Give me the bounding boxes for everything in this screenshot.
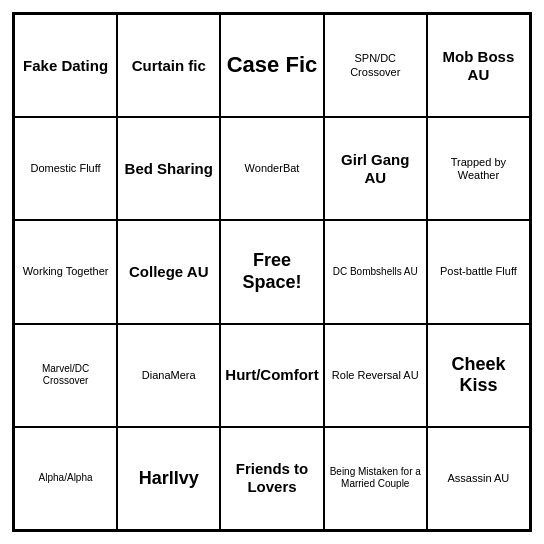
cell-r3c1: DianaMera: [117, 324, 220, 427]
cell-r3c2: Hurt/Comfort: [220, 324, 323, 427]
cell-r1c3: Girl Gang AU: [324, 117, 427, 220]
cell-r1c2: WonderBat: [220, 117, 323, 220]
cell-r4c2: Friends to Lovers: [220, 427, 323, 530]
cell-r3c0: Marvel/DC Crossover: [14, 324, 117, 427]
cell-r3c3: Role Reversal AU: [324, 324, 427, 427]
cell-r4c3: Being Mistaken for a Married Couple: [324, 427, 427, 530]
cell-r4c1: HarlIvy: [117, 427, 220, 530]
cell-r3c4: Cheek Kiss: [427, 324, 530, 427]
cell-r4c0: Alpha/Alpha: [14, 427, 117, 530]
cell-r0c3: SPN/DC Crossover: [324, 14, 427, 117]
cell-r2c3: DC Bombshells AU: [324, 220, 427, 323]
cell-r2c4: Post-battle Fluff: [427, 220, 530, 323]
cell-r0c4: Mob Boss AU: [427, 14, 530, 117]
cell-r0c2: Case Fic: [220, 14, 323, 117]
bingo-board: Fake DatingCurtain ficCase FicSPN/DC Cro…: [12, 12, 532, 532]
cell-r4c4: Assassin AU: [427, 427, 530, 530]
cell-r2c1: College AU: [117, 220, 220, 323]
cell-r1c1: Bed Sharing: [117, 117, 220, 220]
cell-r1c0: Domestic Fluff: [14, 117, 117, 220]
cell-r1c4: Trapped by Weather: [427, 117, 530, 220]
cell-r2c2: Free Space!: [220, 220, 323, 323]
cell-r0c1: Curtain fic: [117, 14, 220, 117]
cell-r2c0: Working Together: [14, 220, 117, 323]
cell-r0c0: Fake Dating: [14, 14, 117, 117]
